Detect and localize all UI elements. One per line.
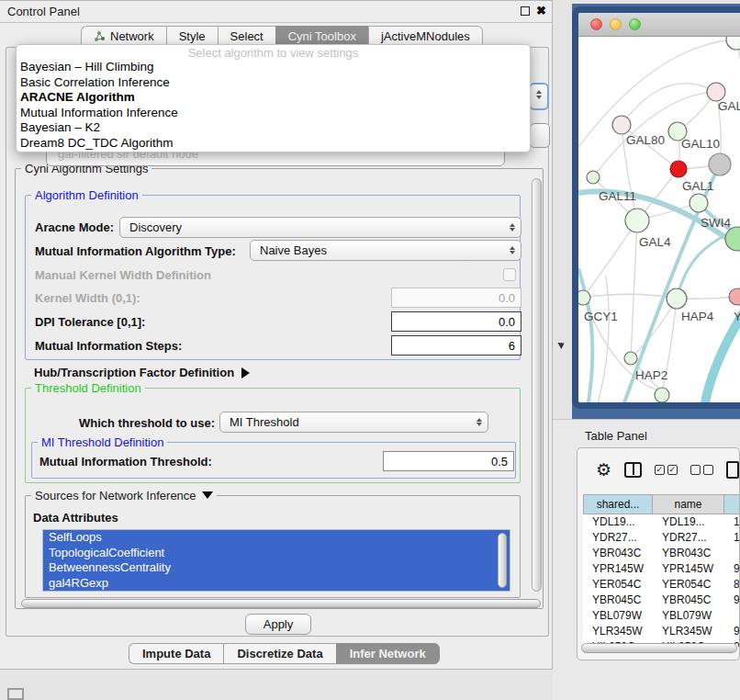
hub-tf-expander[interactable]: Hub/Transcription Factor Definition xyxy=(34,364,250,380)
column-header-name[interactable]: name xyxy=(653,494,724,514)
settings-hscrollbar-thumb[interactable] xyxy=(21,599,541,608)
table-hscrollbar[interactable] xyxy=(581,643,737,653)
node-gcy1[interactable] xyxy=(578,290,590,305)
node-gal11[interactable] xyxy=(587,171,600,184)
mi-threshold-field[interactable]: 0.5 xyxy=(383,451,514,471)
aracne-mode-combobox[interactable]: Discovery xyxy=(119,217,521,238)
close-traffic-light-icon[interactable] xyxy=(590,18,602,30)
data-attributes-list[interactable]: SelfLoops TopologicalCoefficient Between… xyxy=(42,529,510,592)
network-canvas[interactable]: GAL GAL80 GAL10 GAL11 GAL1 SWI4 GAL4 GCY… xyxy=(578,37,740,408)
close-icon[interactable]: ✖ xyxy=(536,4,546,17)
table-hscrollbar-thumb[interactable] xyxy=(581,643,737,653)
gear-icon[interactable]: ⚙ xyxy=(596,461,611,479)
table-row[interactable]: YLR345WYLR345W9. xyxy=(583,624,740,639)
cell: YBR045C xyxy=(653,593,724,608)
node-gal80[interactable] xyxy=(612,116,631,134)
list-scrollbar-thumb[interactable] xyxy=(498,533,507,588)
column-header-shared[interactable]: shared... xyxy=(583,494,653,514)
data-attributes-label: Data Attributes xyxy=(33,511,118,525)
node-bottom-cut[interactable] xyxy=(655,388,669,402)
dpi-tolerance-field[interactable]: 0.0 xyxy=(391,311,521,332)
settings-scrollbar-thumb[interactable] xyxy=(532,178,542,592)
document-icon[interactable] xyxy=(726,461,739,479)
tab-infer-network[interactable]: Infer Network xyxy=(336,643,440,664)
node-label: SWI4 xyxy=(701,216,731,230)
dropdown-item[interactable]: Dream8 DC_TDC Algorithm xyxy=(17,136,530,152)
mouse-cursor xyxy=(557,340,566,349)
which-threshold-label: Which threshold to use: xyxy=(79,416,215,430)
node-label: GAL1 xyxy=(682,179,714,193)
dropdown-item[interactable]: Bayesian – Hill Climbing xyxy=(17,60,530,75)
dropdown-item-aracne[interactable]: ARACNE Algorithm xyxy=(17,90,530,106)
tab-impute-data[interactable]: Impute Data xyxy=(129,643,223,664)
mi-steps-field[interactable]: 6 xyxy=(391,335,521,356)
stepper-arrows-icon xyxy=(506,223,521,231)
aracne-mode-value: Discovery xyxy=(120,220,506,234)
table-row[interactable]: YER054CYER054C8. xyxy=(583,577,740,593)
node-label: GAL xyxy=(718,99,740,113)
apply-button[interactable]: Apply xyxy=(245,614,311,635)
table-row[interactable]: YPR145WYPR145W9. xyxy=(583,561,740,577)
network-view-window[interactable]: GAL GAL80 GAL10 GAL11 GAL1 SWI4 GAL4 GCY… xyxy=(572,6,740,409)
node-gal4[interactable] xyxy=(625,209,649,232)
node-label: Y xyxy=(734,310,740,323)
dropdown-item[interactable]: Basic Correlation Inference xyxy=(17,75,530,91)
tab-discretize-data[interactable]: Discretize Data xyxy=(223,643,335,664)
node-gray[interactable] xyxy=(709,153,731,175)
attribute-item-selected[interactable]: TopologicalCoefficient xyxy=(43,546,510,561)
column-header-partial[interactable]: A xyxy=(724,494,740,514)
zoom-traffic-light-icon[interactable] xyxy=(629,18,641,30)
column-layout-icon[interactable] xyxy=(624,462,642,478)
attribute-item-selected[interactable]: BetweennessCentrality xyxy=(43,560,510,576)
attribute-item-selected[interactable]: gal4RGexp xyxy=(43,576,510,592)
dropdown-item[interactable]: Mutual Information Inference xyxy=(17,106,530,121)
deselect-all-checkboxes-icon[interactable] xyxy=(690,465,713,475)
table-row[interactable]: YDR27...YDR27...12 xyxy=(583,530,740,546)
node-gal-partial[interactable] xyxy=(707,83,725,101)
node-unlabeled[interactable] xyxy=(726,37,740,50)
tab-discretize-label: Discretize Data xyxy=(237,647,322,660)
hidden-combobox-stepper[interactable] xyxy=(530,123,550,148)
cell: YLR345W xyxy=(583,624,653,639)
node-label: GAL10 xyxy=(681,137,720,151)
cyni-algorithm-settings-group: Cyni Algorithm Settings Algorithm Defini… xyxy=(15,168,544,609)
float-window-icon[interactable] xyxy=(521,6,530,16)
mi-type-combobox[interactable]: Naive Bayes xyxy=(250,240,521,261)
node-y-partial[interactable] xyxy=(729,288,740,305)
table-row[interactable]: YBL079WYBL079W xyxy=(583,608,740,624)
minimize-traffic-light-icon[interactable] xyxy=(610,18,622,30)
tab-network-label: Network xyxy=(110,29,154,43)
cell: YPR145W xyxy=(583,561,653,577)
table-row[interactable]: YBR045CYBR045C9. xyxy=(583,593,740,608)
dropdown-item[interactable]: Bayesian – K2 xyxy=(17,120,530,136)
node-swi4[interactable] xyxy=(725,227,740,251)
node-hap2[interactable] xyxy=(624,352,637,365)
kernel-width-field[interactable]: 0.0 xyxy=(391,288,521,308)
kernel-width-label: Kernel Width (0,1): xyxy=(35,291,140,305)
algorithm-combobox-stepper[interactable] xyxy=(529,83,549,110)
node-selected-red[interactable] xyxy=(670,161,687,177)
control-panel-titlebar: Control Panel ✖ xyxy=(0,1,552,23)
cell: YDL19... xyxy=(653,514,724,530)
sources-title-text: Sources for Network Inference xyxy=(35,489,196,502)
cell: 9. xyxy=(724,593,740,608)
network-icon xyxy=(94,30,106,42)
node-gal1[interactable] xyxy=(690,194,708,212)
tab-style-label: Style xyxy=(179,29,206,43)
table-row[interactable]: YDL19...YDL19...13 xyxy=(583,514,740,530)
tab-select-label: Select xyxy=(230,29,263,43)
dropdown-placeholder: Select algorithm to view settings xyxy=(17,46,530,60)
network-window-titlebar[interactable] xyxy=(578,13,740,37)
manual-kernel-checkbox[interactable] xyxy=(503,268,516,281)
manual-kernel-label: Manual Kernel Width Definition xyxy=(35,268,211,282)
table-row[interactable]: YBR043CYBR043C xyxy=(583,546,740,561)
attribute-item-selected[interactable]: SelfLoops xyxy=(43,530,510,546)
mi-threshold-label: Mutual Information Threshold: xyxy=(39,455,212,469)
minimized-panel-icon[interactable] xyxy=(7,688,24,700)
sources-title[interactable]: Sources for Network Inference xyxy=(31,489,217,502)
which-threshold-combobox[interactable]: MI Threshold xyxy=(219,412,488,433)
select-all-checkboxes-icon[interactable]: ✓✓ xyxy=(655,465,678,475)
node-hap4[interactable] xyxy=(667,288,687,309)
cell: YER054C xyxy=(653,577,724,593)
cell: 12 xyxy=(724,530,740,546)
